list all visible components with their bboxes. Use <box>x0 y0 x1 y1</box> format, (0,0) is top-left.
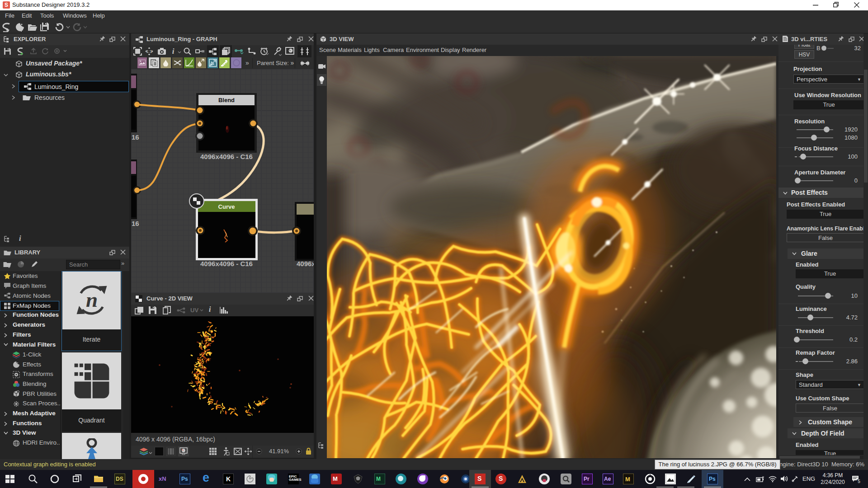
svg-text:16: 16 <box>132 133 139 141</box>
svg-text:1:1: 1:1 <box>146 49 152 54</box>
svg-text:i: i <box>172 47 175 56</box>
svg-text:n: n <box>86 288 98 311</box>
svg-text:4096x4096 - C16: 4096x4096 - C16 <box>200 153 253 160</box>
svg-text:4096x4096 - C16: 4096x4096 - C16 <box>200 260 253 267</box>
svg-text:4096x: 4096x <box>297 260 314 267</box>
svg-text:16: 16 <box>132 220 139 227</box>
svg-text:Blend: Blend <box>218 97 235 103</box>
svg-text:Curve: Curve <box>218 203 235 210</box>
